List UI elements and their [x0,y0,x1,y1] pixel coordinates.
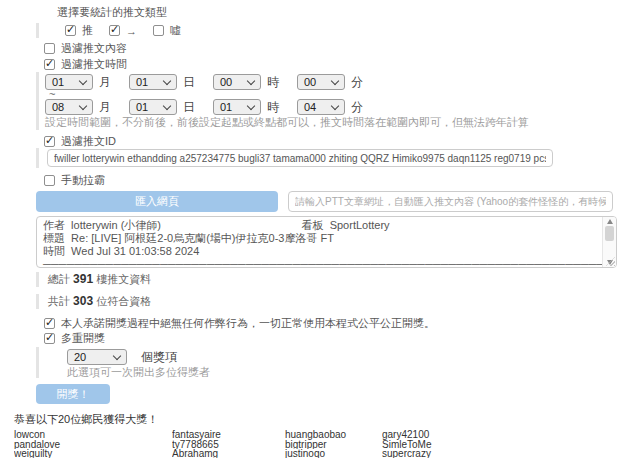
hour-unit-label: 時 [267,99,279,116]
time-from-row: 01 月 01 日 00 時 00 分 [45,74,640,90]
from-day-select[interactable]: 01 [129,74,177,90]
boo-checkbox-label: 噓 [170,23,181,38]
multi-draw-label: 多重開獎 [61,331,105,346]
winner-name: ty7788665 [172,440,285,450]
push-checkbox-label: 推 [82,23,93,38]
push-type-option-arrow[interactable]: → [109,24,137,37]
qualified-count-line: 共計 303 位符合資格 [36,294,640,309]
filter-content-row[interactable]: 過濾推文內容 [44,42,640,55]
promise-row[interactable]: 本人承諾開獎過程中絕無任何作弊行為，一切正常使用本程式公平公正開獎。 [44,317,640,330]
day-unit-label: 日 [183,74,195,91]
range-separator: ~ [45,90,640,99]
arrow-checkbox-label: → [126,25,137,37]
total-count-value: 391 [73,272,93,286]
month-unit-label: 月 [99,74,111,91]
winner-name: weiguilty [14,449,172,458]
multi-draw-row[interactable]: 多重開獎 [44,332,640,345]
from-hour-select[interactable]: 00 [213,74,261,90]
winner-name: justinoqo [285,449,382,458]
filter-time-row[interactable]: 過濾推文時間 [44,58,640,71]
filter-id-label: 過濾推文ID [61,134,116,149]
time-to-row: 08 月 01 日 01 時 04 分 [45,99,640,115]
chevron-down-icon [247,77,255,85]
to-month-select[interactable]: 08 [45,99,93,115]
push-type-label: 選擇要統計的推文類型 [57,5,640,20]
promise-label: 本人承諾開獎過程中絕無任何作弊行為，一切正常使用本程式公平公正開獎。 [61,316,435,331]
chevron-down-icon [163,102,171,110]
winner-row: pandalove ty7788665 bigtripper SimleToMe [14,440,640,450]
import-row: 匯入網頁 [36,191,640,212]
scroll-up-icon[interactable] [607,219,613,224]
article-area: 作者 lotterywin (小律師) 看板 SportLottery 標題 R… [36,216,617,268]
push-type-option-push[interactable]: 推 [65,24,93,37]
article-url-input[interactable] [288,191,613,212]
prize-count-unit: 個獎項 [141,349,177,366]
id-filter-input[interactable] [47,149,553,167]
from-minute-select[interactable]: 00 [297,74,345,90]
id-filter-group [36,148,640,168]
winner-name: gary42100 [382,430,640,440]
minute-unit-label: 分 [351,99,363,116]
filter-time-label: 過濾推文時間 [61,57,127,72]
chevron-down-icon [331,102,339,110]
hour-unit-label: 時 [267,74,279,91]
manual-row[interactable]: 手動拉霸 [44,174,640,187]
qualified-count-value: 303 [73,294,93,308]
prize-count-select[interactable]: 20 [67,349,127,365]
draw-button[interactable]: 開獎！ [36,384,110,404]
time-range-group: 01 月 01 日 00 時 00 分 ~ 08 月 01 日 01 時 04 … [36,72,640,130]
winner-name: lowcon [14,430,172,440]
congrats-text: 恭喜以下20位鄉民獲得大獎！ [14,412,640,427]
article-textarea[interactable]: 作者 lotterywin (小律師) 看板 SportLottery 標題 R… [36,216,617,268]
month-unit-label: 月 [99,99,111,116]
winner-list: lowcon fantasyaire huangbaobao gary42100… [14,430,640,458]
winner-name: huangbaobao [285,430,382,440]
multi-draw-hint: 此選項可一次開出多位得獎者 [67,367,640,378]
push-checkbox[interactable] [65,25,76,36]
chevron-down-icon [163,77,171,85]
winner-name: Abrahamg [172,449,285,458]
to-minute-select[interactable]: 04 [297,99,345,115]
manual-label: 手動拉霸 [61,173,105,188]
filter-id-row[interactable]: 過濾推文ID [44,135,640,148]
winner-name: pandalove [14,440,172,450]
winner-name: SimleToMe [382,440,640,450]
prize-count-group: 20 個獎項 此選項可一次開出多位得獎者 [36,347,640,378]
push-type-option-boo[interactable]: 噓 [153,24,181,37]
winner-name: fantasyaire [172,430,285,440]
to-hour-select[interactable]: 01 [213,99,261,115]
minute-unit-label: 分 [351,74,363,91]
promise-checkbox[interactable] [44,318,55,329]
time-range-hint: 設定時間範圍，不分前後，前後設定起點或終點都可以，推文時間落在範圍內即可，但無法… [45,117,640,128]
boo-checkbox[interactable] [153,25,164,36]
scrollbar-thumb[interactable] [605,226,614,241]
winner-row: weiguilty Abrahamg justinoqo supercrazy [14,449,640,458]
to-day-select[interactable]: 01 [129,99,177,115]
chevron-down-icon [113,352,121,360]
winner-name: bigtripper [285,440,382,450]
arrow-checkbox[interactable] [109,25,120,36]
filter-content-checkbox[interactable] [44,43,55,54]
multi-draw-checkbox[interactable] [44,333,55,344]
lottery-tool-page: 選擇要統計的推文類型 推 → 噓 過濾推文內容 過濾推文時間 01 月 01 日… [0,0,640,458]
day-unit-label: 日 [183,99,195,116]
push-type-group: 推 → 噓 [36,23,640,38]
chevron-down-icon [247,102,255,110]
filter-content-label: 過濾推文內容 [61,41,127,56]
chevron-down-icon [79,102,87,110]
winner-row: lowcon fantasyaire huangbaobao gary42100 [14,430,640,440]
chevron-down-icon [331,77,339,85]
import-button[interactable]: 匯入網頁 [36,191,278,212]
filter-id-checkbox[interactable] [44,136,55,147]
manual-checkbox[interactable] [44,175,55,186]
chevron-down-icon [79,77,87,85]
filter-time-checkbox[interactable] [44,59,55,70]
total-count-line: 總計 391 樓推文資料 [36,272,640,287]
winner-name: supercrazy [382,449,640,458]
